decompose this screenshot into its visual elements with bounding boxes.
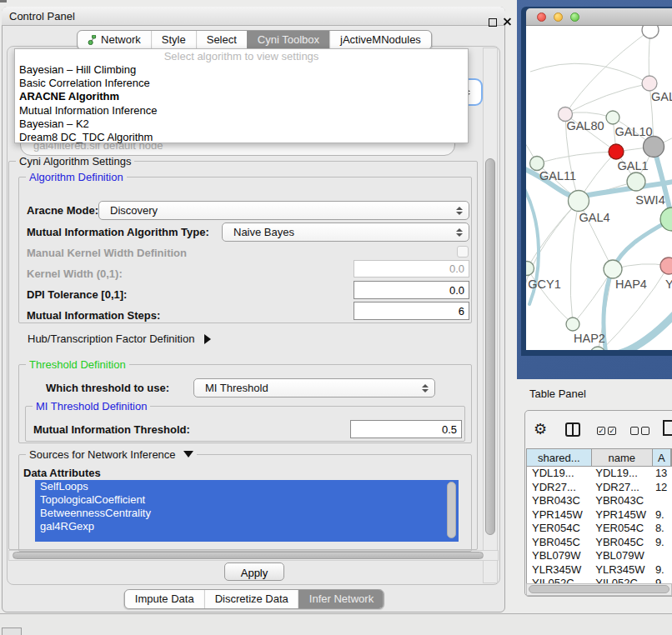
mi-steps-field[interactable] [354, 302, 469, 320]
tab-select[interactable]: Select [196, 31, 247, 49]
hub-definition-expander[interactable]: Hub/Transcription Factor Definition [28, 332, 211, 345]
table-horizontal-scrollbar-thumb[interactable] [529, 585, 669, 593]
network-node-label: GAL80 [566, 119, 604, 132]
algorithm-option[interactable]: Mutual Information Inference [15, 104, 468, 118]
column-header[interactable]: A [653, 449, 671, 466]
table-cell [652, 549, 672, 563]
document-icon[interactable] [663, 420, 672, 436]
tab-discretize-data[interactable]: Discretize Data [204, 590, 298, 608]
network-node[interactable] [642, 26, 659, 38]
network-node[interactable] [627, 172, 645, 191]
sources-expander[interactable]: Sources for Network Inference [26, 448, 197, 461]
table-row[interactable]: YBL079WYBL079W [527, 549, 672, 563]
network-canvas[interactable]: GALGAL80GAL10GAL1GAL11GAL4SWI4GCY1HAP4YH… [526, 26, 672, 350]
mi-threshold-label: Mutual Information Threshold: [33, 423, 190, 436]
panel-horizontal-scrollbar-thumb[interactable] [13, 552, 484, 559]
tab-jactivemnodules[interactable]: jActiveMNodules [329, 31, 431, 49]
data-attributes-list: SelfLoopsTopologicalCoefficientBetweenne… [35, 480, 459, 542]
network-node[interactable] [644, 137, 664, 158]
screen-edge-artifact [0, 0, 7, 2]
table-row[interactable]: YLR345WYLR345W9. [527, 563, 672, 578]
network-node-label: GAL1 [617, 159, 648, 172]
combo-stepper-icon [422, 384, 429, 392]
close-panel-icon[interactable] [502, 17, 512, 27]
network-node[interactable] [569, 191, 589, 212]
table-cell: YDR27... [527, 481, 592, 495]
apply-button[interactable]: Apply [224, 562, 284, 581]
which-threshold-combo[interactable]: MI Threshold [193, 378, 435, 398]
algorithm-option[interactable]: Basic Correlation Inference [15, 77, 468, 90]
table-cell: YBR043C [527, 494, 592, 508]
mi-algorithm-type-combo[interactable]: Naive Bayes [222, 222, 469, 242]
attribute-list-item[interactable]: BetweennessCentrality [35, 507, 459, 520]
unchecked-box-icon[interactable] [630, 427, 639, 435]
table-cell: YBR043C [592, 494, 652, 508]
network-node[interactable] [566, 318, 579, 331]
attribute-list-item[interactable]: TopologicalCoefficient [35, 493, 459, 507]
algorithm-option[interactable]: Bayesian – K2 [15, 118, 468, 131]
tab-infer-network[interactable]: Infer Network [298, 590, 384, 608]
table-row[interactable]: YER054CYER054C8. [527, 522, 672, 536]
network-icon [88, 35, 97, 45]
group-title: Threshold Definition [26, 358, 129, 371]
tab-label: Impute Data [135, 590, 194, 608]
network-window: GALGAL80GAL10GAL1GAL11GAL4SWI4GCY1HAP4YH… [521, 7, 672, 356]
dropdown-prompt: Select algorithm to view settings [15, 49, 468, 63]
tab-style[interactable]: Style [151, 31, 196, 49]
network-edge [530, 63, 649, 83]
panel-vertical-scrollbar-thumb[interactable] [485, 158, 495, 535]
network-node[interactable] [606, 111, 619, 124]
checked-box-icon[interactable]: ✓ [608, 427, 616, 435]
minimize-window-icon[interactable] [554, 12, 563, 22]
float-panel-icon[interactable] [489, 18, 497, 27]
algorithm-option[interactable]: ARACNE Algorithm [15, 90, 468, 103]
algorithm-option[interactable]: Dream8 DC_TDC Algorithm [15, 131, 468, 144]
network-node[interactable] [660, 208, 672, 231]
table-cell: 8. [652, 522, 672, 536]
attribute-list-item[interactable]: SelfLoops [35, 480, 459, 493]
which-threshold-value: MI Threshold [205, 382, 422, 394]
table-row[interactable]: YDR27...YDR27...12 [527, 481, 672, 495]
close-window-icon[interactable] [537, 12, 546, 22]
column-header[interactable]: name [592, 449, 653, 466]
network-node[interactable] [530, 157, 544, 171]
mi-threshold-field[interactable] [350, 420, 462, 438]
control-panel-title: Control Panel [9, 10, 75, 22]
algorithm-option[interactable]: Bayesian – Hill Climbing [15, 63, 468, 77]
network-window-titlebar[interactable] [526, 8, 672, 26]
tab-network[interactable]: Network [78, 31, 151, 49]
table-row[interactable]: YPR145WYPR145W9. [527, 508, 672, 522]
table-cell: 9. [652, 577, 672, 583]
network-node[interactable] [604, 260, 622, 278]
attribute-list-item[interactable]: gal4RGexp [35, 520, 459, 533]
checked-box-icon[interactable]: ✓ [597, 427, 605, 435]
mi-steps-label: Mutual Information Steps: [27, 309, 160, 322]
network-node[interactable] [526, 262, 534, 276]
table-cell: 9. [652, 536, 672, 550]
table-row[interactable]: YDL19...YDL19...13 [527, 467, 672, 481]
table-row[interactable]: YBR045CYBR045C9. [527, 536, 672, 550]
dpi-tolerance-field[interactable] [354, 281, 469, 299]
table-row[interactable]: YIL052CYIL052C9. [527, 577, 672, 583]
zoom-window-icon[interactable] [570, 12, 579, 22]
tab-impute-data[interactable]: Impute Data [125, 590, 204, 608]
network-edge-highlighted [619, 311, 672, 350]
network-node-label: GAL11 [539, 169, 576, 182]
attributes-scrollbar-thumb[interactable] [447, 482, 456, 538]
network-node-label: Y [665, 278, 672, 291]
table-row[interactable]: YBR043CYBR043C [527, 494, 672, 508]
tab-label: jActiveMNodules [340, 31, 421, 49]
network-node[interactable] [660, 258, 672, 274]
table-cell: YER054C [592, 522, 652, 536]
column-header[interactable]: shared... [527, 449, 592, 466]
network-node[interactable] [609, 144, 624, 159]
dpi-tolerance-label: DPI Tolerance [0,1]: [27, 288, 127, 301]
tab-cyni-toolbox[interactable]: Cyni Toolbox [247, 31, 329, 49]
gear-icon[interactable]: ⚙ [534, 420, 547, 438]
network-node[interactable] [642, 76, 657, 91]
aracne-mode-combo[interactable]: Discovery [98, 201, 469, 220]
corner-button[interactable] [2, 628, 22, 635]
columns-icon[interactable] [565, 422, 580, 437]
unchecked-box-icon[interactable] [641, 427, 649, 435]
sources-title: Sources for Network Inference [29, 448, 176, 461]
